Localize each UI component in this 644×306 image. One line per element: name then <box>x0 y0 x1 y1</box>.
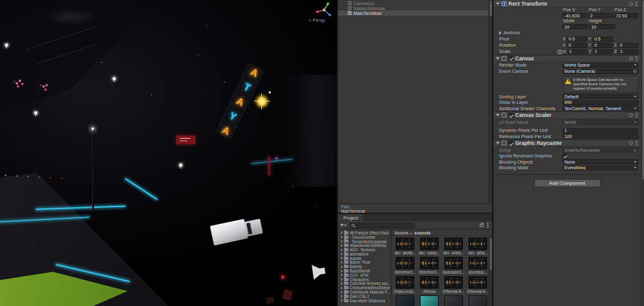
asset-item[interactable]: dev_alertb... <box>393 238 417 256</box>
rotation-y-field[interactable]: 0 <box>592 43 613 48</box>
chevron-right-icon <box>341 257 343 259</box>
audio-source-gizmo-icon[interactable] <box>307 260 329 282</box>
hierarchy-item-selected[interactable]: MainTerminal <box>338 11 492 16</box>
foldout-icon[interactable] <box>496 57 500 60</box>
help-icon[interactable] <box>629 57 633 60</box>
blocking-objects-label: Blocking Objects <box>499 159 562 165</box>
help-icon[interactable] <box>629 141 633 145</box>
event-camera-object-field[interactable]: None (Camera) <box>562 69 638 74</box>
component-enabled-checkbox[interactable] <box>508 141 513 146</box>
object-picker-icon[interactable] <box>633 70 637 73</box>
asset-item[interactable]: dev_entra... <box>442 238 465 256</box>
asset-item[interactable]: distortion1... <box>393 257 417 276</box>
create-asset-button[interactable]: + <box>340 223 347 228</box>
render-mode-dropdown[interactable]: World Space <box>562 63 638 68</box>
project-search[interactable] <box>349 223 415 228</box>
ignore-reversed-checkbox[interactable] <box>562 154 567 159</box>
help-icon[interactable] <box>629 2 633 6</box>
scale-z-field[interactable]: 1 <box>618 49 638 54</box>
sorting-layer-dropdown[interactable]: Default <box>562 94 638 99</box>
foldout-icon[interactable] <box>496 2 500 5</box>
pos-y-field[interactable]: 2 <box>588 13 612 18</box>
asset-item[interactable] <box>418 295 441 306</box>
dynamic-ppu-field[interactable]: 1 <box>562 128 638 133</box>
asset-item[interactable]: DrawLong1... <box>393 276 417 295</box>
rotation-z-field[interactable]: 0 <box>618 43 638 48</box>
asset-item[interactable] <box>442 295 465 306</box>
pos-z-field[interactable]: 72.93 <box>614 13 638 18</box>
axis-y-label: Y <box>588 42 591 48</box>
component-header-graphic-raycaster[interactable]: Graphic Raycaster <box>493 139 641 147</box>
breadcrumb-current[interactable]: sounds <box>414 230 431 236</box>
lock-icon[interactable] <box>480 224 483 227</box>
kebab-menu-icon[interactable] <box>636 142 637 144</box>
add-component-button[interactable]: Add Component <box>534 179 600 187</box>
scale-x-field[interactable]: 1 <box>567 49 587 54</box>
asset-item[interactable]: doorstop... <box>466 257 490 276</box>
kebab-menu-icon[interactable] <box>636 58 637 59</box>
foldout-icon[interactable] <box>496 142 500 144</box>
asset-name: dev_geta... <box>468 251 487 255</box>
scale-link-icon[interactable] <box>557 50 562 53</box>
perspective-mode-label[interactable]: < Persp <box>309 18 325 22</box>
light-gizmo-icon[interactable] <box>34 111 37 114</box>
gameobject-icon <box>348 6 352 10</box>
asset-item[interactable]: dooropen1... <box>442 257 465 276</box>
width-field[interactable]: 10 <box>562 24 588 29</box>
light-gizmo-icon[interactable] <box>179 164 182 167</box>
reference-ppu-field[interactable]: 100 <box>562 134 638 139</box>
anchors-foldout-row[interactable]: Anchors <box>493 30 641 36</box>
component-header-canvas[interactable]: Canvas <box>493 55 641 62</box>
asset-grid: dev_alertb... dev_cargo... dev_entra... … <box>391 236 492 306</box>
component-enabled-checkbox[interactable] <box>508 56 513 61</box>
foldout-icon[interactable] <box>499 31 502 35</box>
menu-icon[interactable] <box>487 225 488 226</box>
asset-item[interactable]: Ethereal A... <box>466 276 490 295</box>
asset-item[interactable]: dev_cargo... <box>418 238 441 256</box>
blocking-mask-dropdown[interactable]: Everything <box>562 165 638 170</box>
asset-item[interactable]: drknow <box>418 276 441 295</box>
sorting-layer-row: Sorting Layer Default <box>493 94 641 100</box>
scale-y-field[interactable]: 1 <box>593 49 613 54</box>
rotation-x-field[interactable]: 0 <box>567 43 587 48</box>
folder-item[interactable]: Day-Night Skyboxes <box>338 299 391 303</box>
shader-channels-dropdown[interactable]: TexCoord1, Normal, Tangent <box>562 106 638 111</box>
inspector-scrollbar[interactable] <box>641 0 644 306</box>
tab-project[interactable]: Project <box>338 214 364 221</box>
component-header-canvas-scaler[interactable]: Canvas Scaler <box>493 111 641 119</box>
asset-name: DrawLong1... <box>394 289 417 294</box>
asset-item[interactable]: Ethereal A... <box>442 276 465 295</box>
asset-item[interactable]: dev_geta... <box>466 238 490 256</box>
order-in-layer-field[interactable]: 999 <box>562 100 638 105</box>
scene-view[interactable]: A T A Y A < Persp <box>0 0 337 306</box>
event-camera-label: Event Camera <box>499 68 562 74</box>
asset-item[interactable] <box>466 295 490 306</box>
pos-x-field[interactable]: -41.633 <box>562 13 587 18</box>
script-object-field: GraphicRaycaster <box>562 147 638 152</box>
component-enabled-checkbox[interactable] <box>508 113 513 118</box>
light-gizmo-icon[interactable] <box>5 44 8 47</box>
foldout-icon[interactable] <box>496 114 500 116</box>
blocking-objects-dropdown[interactable]: None <box>562 159 638 164</box>
chevron-right-icon <box>341 253 343 255</box>
pivot-x-field[interactable]: 0.5 <box>567 37 587 42</box>
asset-item[interactable] <box>393 295 417 306</box>
asset-item[interactable]: distortion1... <box>418 257 441 276</box>
red-light-dots <box>5 175 6 176</box>
light-gizmo-icon[interactable] <box>113 77 116 80</box>
search-input[interactable] <box>356 223 413 228</box>
help-icon[interactable] <box>629 113 633 117</box>
kebab-menu-icon[interactable] <box>636 114 637 116</box>
kebab-menu-icon[interactable] <box>636 3 637 4</box>
scene-orientation-gizmo[interactable] <box>314 1 334 19</box>
height-field[interactable]: 10 <box>589 24 615 29</box>
anchors-label: Anchors <box>503 30 567 35</box>
axis-x-label: X <box>562 42 566 48</box>
chevron-right-icon <box>341 278 343 280</box>
project-body: 48 Particle Effect Pack _GhoulZombie _Te… <box>338 230 492 306</box>
pivot-y-field[interactable]: 0.5 <box>592 37 613 42</box>
breadcrumb-root[interactable]: Assets <box>394 230 409 236</box>
pink-plant <box>14 81 15 82</box>
audio-waveform-icon <box>396 276 414 289</box>
audio-waveform-icon <box>396 257 414 269</box>
